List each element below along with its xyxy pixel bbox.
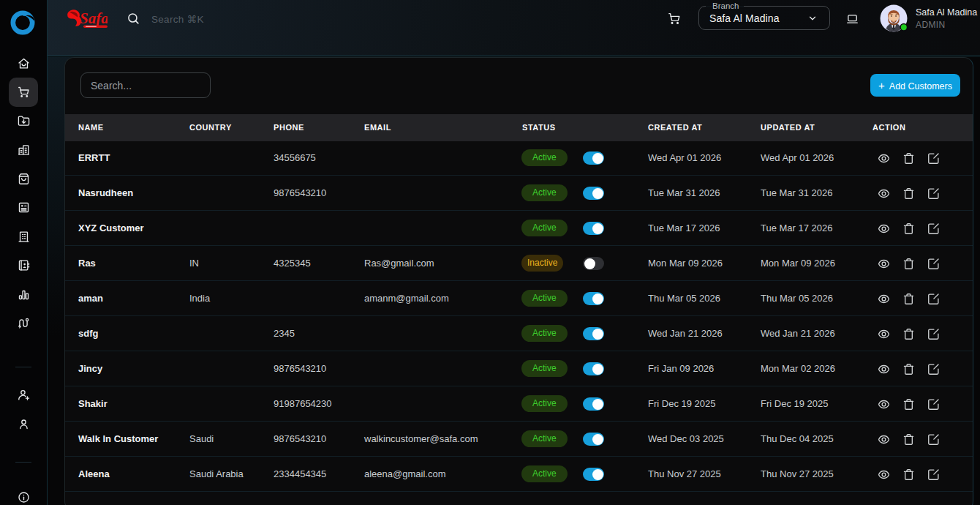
svg-text:Safa: Safa: [80, 10, 108, 27]
